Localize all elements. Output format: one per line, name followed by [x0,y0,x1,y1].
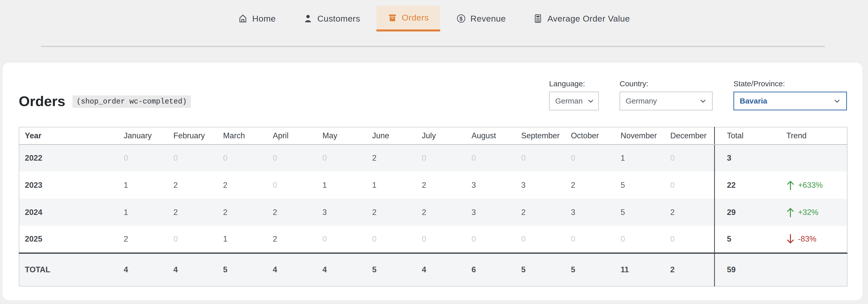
year-cell: 2023 [19,171,118,199]
country-filter: Country: Germany [620,79,713,109]
month-value-cell: 0 [665,226,714,253]
trend-indicator: +633% [786,180,847,191]
month-value-cell: 1 [317,171,367,199]
nav-item-label: Home [252,14,276,24]
month-value-cell: 0 [516,144,565,171]
trend-value: -83% [798,234,816,244]
footer-month-total-cell: 4 [168,253,218,286]
year-cell: 2022 [19,144,118,171]
nav-item-orders[interactable]: Orders [376,6,440,31]
footer-month-total-cell: 5 [218,253,267,286]
country-label: Country: [620,79,713,88]
column-header-july: July [416,127,466,144]
total-cell: 22 [714,171,781,199]
month-value-cell: 2 [416,199,466,226]
title-row: Orders (shop_order wc-completed) [19,94,191,108]
language-label: Language: [549,79,599,88]
column-header-december: December [665,127,714,144]
year-cell: 2024 [19,199,118,226]
nav-item-customers[interactable]: Customers [292,6,371,31]
arrow-up-icon [786,180,795,191]
month-value-cell: 0 [466,144,516,171]
month-value-cell: 0 [516,226,565,253]
month-value-cell: 1 [615,144,665,171]
customers-icon [303,14,313,23]
month-value-cell: 1 [118,199,168,226]
footer-month-total-cell: 4 [317,253,367,286]
table-footer-row: TOTAL445445465511259 [19,253,847,286]
month-value-cell: 1 [367,171,416,199]
month-value-cell: 3 [565,199,615,226]
month-value-cell: 0 [317,226,367,253]
footer-month-total-cell: 5 [516,253,565,286]
nav-item-label: Revenue [470,14,506,24]
chevron-down-icon [834,98,841,105]
table-header-row: YearJanuaryFebruaryMarchAprilMayJuneJuly… [19,127,847,144]
total-cell: 5 [714,226,781,253]
country-select[interactable]: Germany [620,92,713,110]
column-header-total: Total [714,127,781,144]
trend-indicator: -83% [786,234,847,244]
table-row-2025: 20252012000000005-83% [19,226,847,253]
column-header-may: May [317,127,367,144]
orders-table-wrap: YearJanuaryFebruaryMarchAprilMayJuneJuly… [19,127,847,286]
state-select[interactable]: Bavaria [734,92,847,110]
month-value-cell: 5 [615,171,665,199]
month-value-cell: 0 [317,144,367,171]
state-label: State/Province: [734,79,847,88]
orders-archive-icon [388,13,397,22]
month-value-cell: 0 [118,144,168,171]
trend-indicator: +32% [786,207,847,218]
column-header-september: September [516,127,565,144]
arrow-down-icon [786,234,795,244]
table-row-2024: 202412223223235229+32% [19,199,847,226]
selected-state: Bavaria [740,97,767,105]
nav-item-average-order-value[interactable]: Average Order Value [522,6,641,31]
title-badge: (shop_order wc-completed) [72,95,191,108]
footer-month-total-cell: 4 [267,253,317,286]
trend-cell: +32% [781,199,847,226]
trend-value: +633% [798,181,823,190]
nav-item-label: Customers [317,14,360,24]
nav-item-home[interactable]: Home [227,6,287,31]
footer-grand-total-cell: 59 [714,253,781,286]
total-cell: 3 [714,144,781,171]
footer-label-cell: TOTAL [19,253,118,286]
column-header-january: January [118,127,168,144]
selected-language: German [555,97,583,105]
top-navigation: Home Customers Orders $ Revenue Avera [0,0,868,31]
trend-cell: -83% [781,226,847,253]
month-value-cell: 5 [615,199,665,226]
nav-item-label: Average Order Value [547,14,630,24]
chevron-down-icon [587,98,594,105]
language-select[interactable]: German [549,92,599,110]
footer-month-total-cell: 4 [118,253,168,286]
column-header-august: August [466,127,516,144]
column-header-june: June [367,127,416,144]
trend-cell [781,144,847,171]
month-value-cell: 0 [565,144,615,171]
month-value-cell: 0 [267,171,317,199]
month-value-cell: 0 [168,144,218,171]
footer-trend-cell [781,253,847,286]
month-value-cell: 0 [565,226,615,253]
month-value-cell: 2 [665,199,714,226]
month-value-cell: 3 [466,171,516,199]
month-value-cell: 3 [516,171,565,199]
month-value-cell: 2 [118,226,168,253]
month-value-cell: 0 [267,144,317,171]
orders-table: YearJanuaryFebruaryMarchAprilMayJuneJuly… [19,127,847,286]
month-value-cell: 2 [267,226,317,253]
month-value-cell: 0 [168,226,218,253]
month-value-cell: 2 [416,171,466,199]
table-row-2023: 202312201123325022+633% [19,171,847,199]
month-value-cell: 0 [615,226,665,253]
footer-month-total-cell: 4 [416,253,466,286]
month-value-cell: 2 [367,144,416,171]
nav-item-label: Orders [402,13,429,23]
chevron-down-icon [700,98,707,105]
calculator-icon [533,14,543,23]
column-header-february: February [168,127,218,144]
nav-item-revenue[interactable]: $ Revenue [445,6,517,31]
month-value-cell: 2 [218,171,267,199]
